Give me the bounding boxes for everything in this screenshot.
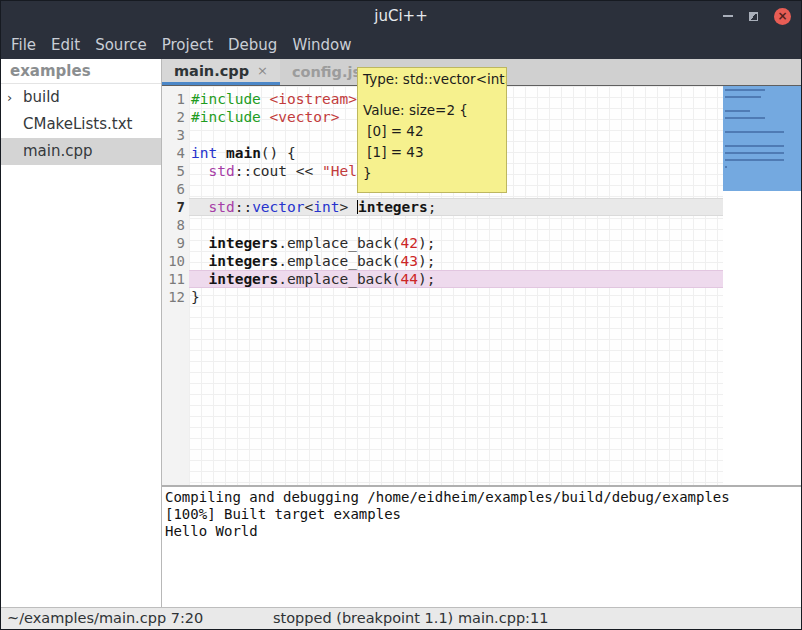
debug-value-tooltip: Type: std::vector<int> Value: size=2 { [… [357, 67, 507, 193]
code-token: integers [208, 235, 278, 251]
code-token: .emplace_back( [278, 271, 400, 287]
code-token [191, 271, 208, 287]
code-token [191, 253, 208, 269]
code-token: .emplace_back( [278, 253, 400, 269]
window-title: juCi++ [1, 7, 801, 25]
sidebar-item-label: CMakeLists.txt [23, 115, 132, 133]
code-token: 42 [401, 235, 418, 251]
minimap-code-line [725, 110, 750, 112]
line-number[interactable]: 10 [162, 252, 189, 270]
output-panel[interactable]: Compiling and debugging /home/eidheim/ex… [162, 485, 802, 607]
line-number[interactable]: 2 [162, 108, 189, 126]
sidebar-item-label: main.cpp [23, 142, 93, 160]
tooltip-value-block: Value: size=2 { [0] = 42 [1] = 43} [363, 100, 501, 184]
code-token [191, 235, 208, 251]
code-line-8[interactable] [189, 216, 723, 234]
minimap [723, 86, 802, 485]
code-token [191, 199, 208, 215]
minimap-code-line [725, 166, 727, 168]
code-token: #include [191, 109, 270, 125]
code-token: main [226, 145, 261, 161]
sidebar-item-main-cpp[interactable]: main.cpp [1, 138, 161, 165]
code-token: ); [418, 271, 435, 287]
line-number[interactable]: 5 [162, 162, 189, 180]
minimap-code-line [725, 131, 784, 133]
restore-icon[interactable] [749, 12, 758, 21]
code-token: .emplace_back( [278, 235, 400, 251]
sidebar-item-cmakelists-txt[interactable]: CMakeLists.txt [1, 111, 161, 138]
code-line-12[interactable]: } [189, 288, 723, 306]
minimap-code-line [725, 89, 765, 91]
minimap-slider[interactable] [723, 86, 802, 191]
minimap-code-line [725, 96, 761, 98]
window-controls: × [723, 1, 791, 31]
code-token [217, 145, 226, 161]
menu-item-debug[interactable]: Debug [228, 36, 277, 54]
code-token: "Hel [322, 163, 357, 179]
code-token: vector [252, 199, 304, 215]
menu-item-file[interactable]: File [11, 36, 36, 54]
tooltip-value-line: Value: size=2 { [363, 100, 501, 121]
code-line-10[interactable]: integers.emplace_back(43); [189, 252, 723, 270]
menu-item-source[interactable]: Source [95, 36, 147, 54]
file-tree-panel: examples ›buildCMakeLists.txtmain.cpp [1, 59, 161, 607]
code-token: #include [191, 91, 270, 107]
line-number[interactable]: 12 [162, 288, 189, 306]
output-line: Compiling and debugging /home/eidheim/ex… [165, 489, 802, 506]
code-token: ); [418, 235, 435, 251]
close-icon[interactable]: × [774, 8, 791, 25]
status-debug-state: stopped (breakpoint 1.1) main.cpp:11 [273, 610, 548, 626]
expander-icon[interactable]: › [7, 84, 12, 111]
sidebar-item-label: build [23, 88, 60, 106]
file-tree-header: examples [1, 59, 161, 84]
code-token: ::cout << [235, 163, 322, 179]
code-token: 44 [401, 271, 418, 287]
app-window: juCi++ × FileEditSourceProjectDebugWindo… [0, 0, 802, 630]
code-line-11[interactable]: integers.emplace_back(44); [189, 270, 723, 288]
minimap-code-line [725, 145, 784, 147]
line-number[interactable]: 11 [162, 270, 189, 288]
code-line-7[interactable]: std::vector<int> integers; [189, 198, 723, 216]
sidebar-item-build[interactable]: ›build [1, 84, 161, 111]
tooltip-value-line: } [363, 163, 501, 184]
line-number[interactable]: 7 [162, 198, 189, 216]
tab-main-cpp[interactable]: main.cpp× [162, 59, 280, 85]
code-token: integers [358, 199, 428, 215]
tooltip-value-line: [0] = 42 [363, 121, 501, 142]
header-area: juCi++ × FileEditSourceProjectDebugWindo… [1, 1, 801, 59]
code-token: <iostream> [270, 91, 357, 107]
minimap-code-line [725, 117, 765, 119]
minimap-code-line [725, 152, 784, 154]
code-token: std [208, 199, 234, 215]
code-token: < [305, 199, 314, 215]
menu-item-edit[interactable]: Edit [51, 36, 80, 54]
output-line: [100%] Built target examples [165, 506, 802, 523]
line-number[interactable]: 8 [162, 216, 189, 234]
code-token: > [339, 199, 356, 215]
line-number[interactable]: 1 [162, 90, 189, 108]
code-token: } [191, 289, 200, 305]
line-number[interactable]: 3 [162, 126, 189, 144]
line-number[interactable]: 9 [162, 234, 189, 252]
line-number-gutter[interactable]: 123456789101112 [162, 86, 189, 485]
menu-item-window[interactable]: Window [292, 36, 351, 54]
file-tree: ›buildCMakeLists.txtmain.cpp [1, 84, 161, 165]
close-tab-icon[interactable]: × [257, 63, 268, 78]
code-token: <vector> [270, 109, 340, 125]
code-token: int [313, 199, 339, 215]
minimap-code-line [725, 159, 784, 161]
code-token: 43 [401, 253, 418, 269]
status-file-location: ~/examples/main.cpp 7:20 [7, 610, 203, 626]
code-token: ; [428, 199, 437, 215]
menu-bar: FileEditSourceProjectDebugWindow [1, 31, 352, 59]
menu-item-project[interactable]: Project [162, 36, 213, 54]
code-token: int [191, 145, 217, 161]
line-number[interactable]: 6 [162, 180, 189, 198]
line-number[interactable]: 4 [162, 144, 189, 162]
code-token: integers [208, 253, 278, 269]
tab-label: main.cpp [174, 63, 249, 79]
minimize-icon[interactable] [723, 15, 733, 17]
status-bar: ~/examples/main.cpp 7:20 stopped (breakp… [1, 607, 801, 629]
titlebar[interactable]: juCi++ × [1, 1, 801, 31]
code-line-9[interactable]: integers.emplace_back(42); [189, 234, 723, 252]
